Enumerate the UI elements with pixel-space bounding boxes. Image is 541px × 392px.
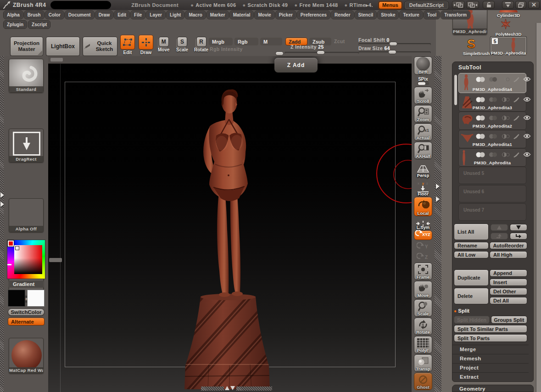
mrgb-button[interactable]: Mrgb — [209, 38, 233, 45]
paintbrush-icon[interactable] — [513, 152, 519, 157]
subtool-slot-unused-6[interactable]: Unused 6 — [458, 185, 526, 202]
menu-render[interactable]: Render — [331, 11, 353, 19]
menu-tool[interactable]: Tool — [424, 11, 440, 19]
menu-color[interactable]: Color — [45, 11, 64, 19]
subtool-item-pm3d_aphrodita4[interactable]: PM3D_Aphrodita4 — [458, 73, 526, 93]
split-hidden-button[interactable]: Split Hidden — [454, 316, 490, 324]
left-tray-divider[interactable] — [0, 56, 4, 392]
right-tray-close-arrow[interactable] — [436, 196, 440, 202]
rotate-y-icon-button[interactable]: Y — [414, 241, 432, 251]
list-all-button[interactable]: List All — [454, 224, 489, 240]
alternate-button[interactable]: Alternate — [8, 318, 45, 325]
rename-button[interactable]: Rename — [454, 242, 489, 249]
displacement-toggle-icon[interactable] — [502, 77, 510, 82]
document-canvas[interactable]: Z Add — [48, 56, 412, 392]
divider-right-button[interactable] — [466, 1, 479, 9]
menu-document[interactable]: Document — [65, 11, 94, 19]
insert-button[interactable]: Insert — [490, 279, 527, 286]
aahalf-button[interactable]: AAHalf — [414, 142, 432, 159]
scale-button[interactable]: Scale — [414, 299, 432, 317]
bottom-tray-close-arrow[interactable] — [230, 386, 235, 391]
tool-label-cylinder[interactable]: Cylinder3D — [494, 13, 523, 18]
menu-movie[interactable]: Movie — [255, 11, 274, 19]
menu-alpha[interactable]: Alpha — [4, 11, 23, 19]
scroll-button[interactable]: Scroll — [414, 87, 432, 104]
l-sym-button[interactable]: L.SymL.Sym — [414, 217, 432, 230]
subtool-movedown-arrow-button[interactable] — [510, 233, 527, 240]
color-picker-sv-area[interactable] — [14, 245, 42, 274]
draw-size-slider[interactable]: Draw Size 64 — [358, 45, 390, 51]
bottom-tray-open-arrow[interactable] — [225, 386, 230, 391]
bpr-button[interactable]: BPR — [414, 56, 432, 75]
uv-toggle-icon[interactable] — [489, 134, 498, 139]
menu-file[interactable]: File — [131, 11, 145, 19]
subtool-slot-unused-5[interactable]: Unused 5 — [458, 167, 526, 184]
minimize-button[interactable] — [502, 1, 514, 9]
color-picker-current-swatch[interactable] — [8, 241, 14, 246]
menu-zplugin[interactable]: Zplugin — [4, 21, 27, 28]
xyz-button[interactable]: XYZ — [414, 230, 432, 240]
main-color-swatch[interactable] — [8, 290, 25, 307]
divider-left-button[interactable] — [452, 1, 465, 9]
split-similar-button[interactable]: Split To Similar Parts — [454, 325, 527, 333]
menus-toggle-button[interactable]: Menus — [379, 1, 402, 9]
uv-toggle-icon[interactable] — [489, 77, 498, 82]
rotate-mode-button[interactable]: R Rotate — [194, 37, 208, 52]
subtool-item-pm3d_aphrodita[interactable]: PM3D_Aphrodita — [458, 148, 526, 167]
section-remesh[interactable]: Remesh — [452, 354, 529, 362]
zoom-button[interactable]: Zoom — [414, 105, 432, 123]
actual-button[interactable]: x1Actual — [414, 123, 432, 141]
focal-shift-slider[interactable]: Focal Shift 0 — [358, 37, 390, 43]
section-project[interactable]: Project — [452, 363, 529, 371]
stroke-picker[interactable]: DragRect — [9, 129, 44, 162]
draw-size-track[interactable] — [358, 51, 431, 54]
polyf-button[interactable]: PolyF — [414, 336, 432, 353]
subtool-item-pm3d_aphrodita1[interactable]: PM3D_Aphrodita1 — [458, 130, 526, 148]
split-parts-button[interactable]: Split To Parts — [454, 334, 527, 342]
draw-mode-button[interactable]: Draw — [139, 35, 153, 55]
paintbrush-icon[interactable] — [513, 115, 519, 121]
tool-thumbnail-simplebrush[interactable]: S — [463, 37, 479, 50]
rgb-intensity-slider[interactable]: Rgb Intensity — [210, 46, 243, 52]
bottom-tray-divider-right[interactable] — [236, 386, 272, 391]
displacement-toggle-icon[interactable] — [502, 115, 510, 121]
color-picker[interactable] — [7, 240, 45, 279]
uv-toggle-icon[interactable] — [489, 115, 498, 121]
menu-transform[interactable]: Transform — [441, 11, 470, 19]
rotate-button[interactable]: Rotate — [414, 318, 432, 335]
canvas-header-handle[interactable] — [50, 58, 63, 62]
uv-toggle-icon[interactable] — [489, 97, 498, 102]
menu-marker[interactable]: Marker — [207, 11, 229, 19]
canvas-left-handle[interactable] — [49, 258, 62, 262]
persp-button[interactable]: PerspPersp — [414, 160, 432, 178]
polypaint-toggle-icon[interactable] — [475, 77, 485, 82]
polypaint-toggle-icon[interactable] — [475, 115, 485, 121]
brush-picker[interactable]: Standard — [9, 59, 44, 93]
zcut-button[interactable]: Zcut — [334, 39, 345, 44]
section-extract[interactable]: Extract — [452, 372, 529, 381]
visibility-eye-icon[interactable] — [523, 97, 531, 102]
menu-picker[interactable]: Picker — [276, 11, 296, 19]
subtool-up-button[interactable] — [491, 224, 508, 231]
all-low-button[interactable]: All Low — [454, 251, 489, 258]
visibility-eye-icon[interactable] — [523, 115, 531, 120]
sculpture-3d-model[interactable] — [181, 83, 278, 392]
move-mode-button[interactable]: M Move — [158, 37, 170, 52]
close-button[interactable]: ✕ — [528, 1, 540, 9]
polypaint-toggle-icon[interactable] — [475, 97, 485, 102]
paintbrush-icon[interactable] — [513, 134, 519, 139]
lightbox-button[interactable]: LightBox — [46, 37, 80, 56]
default-zscript-button[interactable]: DefaultZScript — [405, 1, 448, 9]
groups-split-button[interactable]: Groups Split — [491, 316, 527, 324]
section-merge[interactable]: Merge — [452, 345, 529, 353]
all-high-button[interactable]: All High — [490, 251, 527, 258]
displacement-toggle-icon[interactable] — [502, 152, 510, 157]
alpha-picker[interactable]: Alpha Off — [9, 198, 44, 232]
right-tray-divider[interactable] — [435, 56, 441, 392]
menu-layer[interactable]: Layer — [146, 11, 165, 19]
tool-label-simplebrush[interactable]: SimpleBrush — [458, 51, 495, 56]
subtool-item-pm3d_aphrodita2[interactable]: PM3D_Aphrodita2 — [458, 112, 526, 130]
material-picker[interactable]: MatCap Red Wa — [9, 338, 44, 374]
paintbrush-icon[interactable] — [513, 97, 519, 102]
tool-thumbnail-polymesh[interactable] — [497, 19, 514, 32]
